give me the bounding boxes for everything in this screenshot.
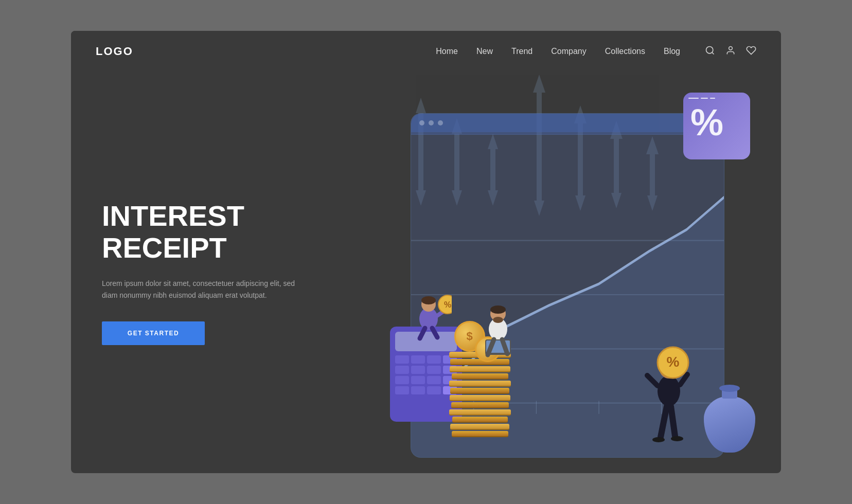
percent-card: % [683,93,750,159]
hero-left: INTEREST RECEIPT Lorem ipsum dolor sit a… [71,72,369,473]
svg-marker-10 [533,75,545,93]
money-bag [704,386,755,453]
svg-line-42 [661,406,667,437]
svg-point-46 [658,375,680,406]
svg-point-2 [729,46,733,50]
cta-button[interactable]: GET STARTED [102,321,205,345]
nav-links: Home New Trend Company Collections Blog [436,47,680,56]
svg-point-45 [671,436,683,441]
svg-line-33 [432,328,437,337]
nav-icon-group [705,45,756,58]
person-2 [472,298,524,370]
svg-point-44 [652,437,665,442]
nav-item-trend[interactable]: Trend [511,47,532,56]
nav-item-home[interactable]: Home [436,47,458,56]
heart-icon[interactable] [746,45,756,58]
logo[interactable]: LOGO [96,45,133,58]
navbar: LOGO Home New Trend Company Collections … [71,31,781,72]
hero-section: INTEREST RECEIPT Lorem ipsum dolor sit a… [71,72,781,473]
user-icon[interactable] [725,45,736,58]
hero-title: INTEREST RECEIPT [102,200,369,263]
svg-line-1 [712,52,714,54]
person-3: % [642,334,694,447]
svg-text:%: % [443,300,451,309]
svg-point-0 [706,46,713,53]
percent-symbol-card: % [690,104,723,141]
svg-point-36 [490,305,506,314]
hero-right: % [369,72,781,473]
app-window: LOGO Home New Trend Company Collections … [71,31,781,473]
nav-item-blog[interactable]: Blog [664,47,680,56]
nav-item-collections[interactable]: Collections [605,47,645,56]
svg-line-49 [647,375,658,386]
search-icon[interactable] [705,45,715,58]
svg-point-27 [421,296,436,304]
svg-text:%: % [667,354,680,370]
svg-point-37 [493,317,503,323]
hero-description: Lorem ipsum dolor sit amet, consectetuer… [102,278,297,301]
person-1: % [405,293,452,360]
svg-line-32 [420,328,425,338]
nav-item-company[interactable]: Company [551,47,586,56]
nav-item-new[interactable]: New [476,47,493,56]
svg-line-43 [671,406,675,436]
svg-marker-4 [416,98,426,113]
illustration: % [369,72,781,473]
